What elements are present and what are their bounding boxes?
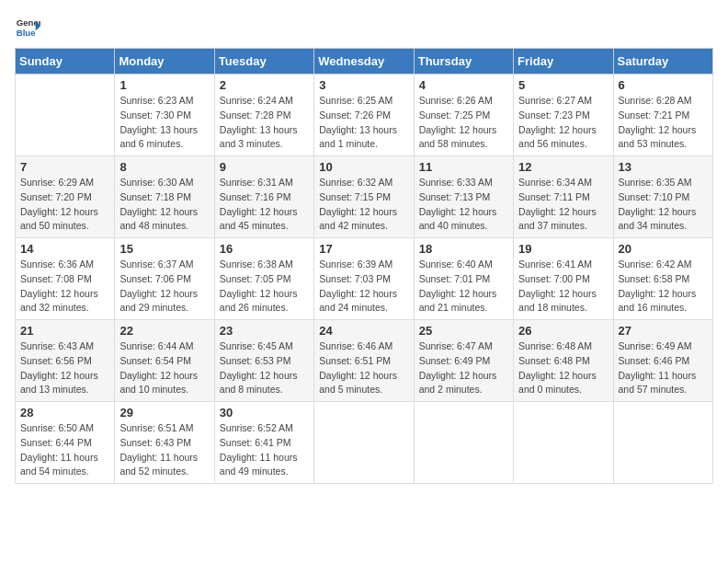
calendar-cell: 24Sunrise: 6:46 AMSunset: 6:51 PMDayligh… xyxy=(314,320,414,402)
day-info: Sunrise: 6:28 AMSunset: 7:21 PMDaylight:… xyxy=(619,94,708,152)
calendar-cell: 22Sunrise: 6:44 AMSunset: 6:54 PMDayligh… xyxy=(115,320,214,402)
day-number: 15 xyxy=(119,242,209,256)
calendar-cell: 26Sunrise: 6:48 AMSunset: 6:48 PMDayligh… xyxy=(514,320,613,402)
calendar-cell: 6Sunrise: 6:28 AMSunset: 7:21 PMDaylight… xyxy=(613,75,712,156)
weekday-header: Sunday xyxy=(16,49,115,75)
calendar-cell: 27Sunrise: 6:49 AMSunset: 6:46 PMDayligh… xyxy=(613,320,712,402)
day-number: 10 xyxy=(319,160,408,174)
calendar-cell: 2Sunrise: 6:24 AMSunset: 7:28 PMDaylight… xyxy=(214,75,313,156)
day-info: Sunrise: 6:34 AMSunset: 7:11 PMDaylight:… xyxy=(518,176,608,234)
calendar-cell: 7Sunrise: 6:29 AMSunset: 7:20 PMDaylight… xyxy=(16,156,115,238)
day-info: Sunrise: 6:48 AMSunset: 6:48 PMDaylight:… xyxy=(518,339,608,397)
day-number: 26 xyxy=(518,324,608,338)
weekday-header: Friday xyxy=(514,49,613,75)
day-number: 18 xyxy=(419,242,508,256)
day-info: Sunrise: 6:47 AMSunset: 6:49 PMDaylight:… xyxy=(419,339,508,397)
calendar-cell: 21Sunrise: 6:43 AMSunset: 6:56 PMDayligh… xyxy=(16,320,115,402)
calendar-cell: 19Sunrise: 6:41 AMSunset: 7:00 PMDayligh… xyxy=(514,238,613,320)
day-number: 6 xyxy=(619,78,708,92)
svg-text:Blue: Blue xyxy=(17,28,36,38)
day-info: Sunrise: 6:46 AMSunset: 6:51 PMDaylight:… xyxy=(319,339,408,397)
day-number: 17 xyxy=(319,242,408,256)
day-info: Sunrise: 6:41 AMSunset: 7:00 PMDaylight:… xyxy=(518,258,608,316)
day-info: Sunrise: 6:39 AMSunset: 7:03 PMDaylight:… xyxy=(319,258,408,316)
logo: General Blue xyxy=(15,15,40,40)
day-number: 19 xyxy=(518,242,608,256)
day-number: 16 xyxy=(220,242,309,256)
day-number: 5 xyxy=(518,78,608,92)
calendar-cell: 8Sunrise: 6:30 AMSunset: 7:18 PMDaylight… xyxy=(115,156,214,238)
calendar-week-row: 7Sunrise: 6:29 AMSunset: 7:20 PMDaylight… xyxy=(16,156,713,238)
calendar-cell: 30Sunrise: 6:52 AMSunset: 6:41 PMDayligh… xyxy=(214,402,313,484)
day-info: Sunrise: 6:26 AMSunset: 7:25 PMDaylight:… xyxy=(419,94,508,152)
calendar-cell xyxy=(613,402,712,484)
day-number: 2 xyxy=(220,78,309,92)
calendar-cell: 3Sunrise: 6:25 AMSunset: 7:26 PMDaylight… xyxy=(314,75,414,156)
calendar-cell xyxy=(414,402,513,484)
day-number: 3 xyxy=(319,78,408,92)
calendar-week-row: 28Sunrise: 6:50 AMSunset: 6:44 PMDayligh… xyxy=(16,402,713,484)
day-number: 4 xyxy=(419,78,508,92)
day-info: Sunrise: 6:25 AMSunset: 7:26 PMDaylight:… xyxy=(319,94,408,152)
day-info: Sunrise: 6:50 AMSunset: 6:44 PMDaylight:… xyxy=(20,421,109,479)
calendar-cell: 16Sunrise: 6:38 AMSunset: 7:05 PMDayligh… xyxy=(214,238,313,320)
day-info: Sunrise: 6:32 AMSunset: 7:15 PMDaylight:… xyxy=(319,176,408,234)
calendar-table: SundayMondayTuesdayWednesdayThursdayFrid… xyxy=(15,48,713,484)
calendar-cell xyxy=(314,402,414,484)
day-number: 8 xyxy=(119,160,209,174)
day-number: 23 xyxy=(220,324,309,338)
weekday-header: Thursday xyxy=(414,49,513,75)
weekday-header: Tuesday xyxy=(214,49,313,75)
page-header: General Blue xyxy=(15,15,713,40)
day-info: Sunrise: 6:49 AMSunset: 6:46 PMDaylight:… xyxy=(619,339,708,397)
day-info: Sunrise: 6:31 AMSunset: 7:16 PMDaylight:… xyxy=(220,176,309,234)
calendar-cell: 28Sunrise: 6:50 AMSunset: 6:44 PMDayligh… xyxy=(16,402,115,484)
day-info: Sunrise: 6:23 AMSunset: 7:30 PMDaylight:… xyxy=(119,94,209,152)
calendar-cell: 4Sunrise: 6:26 AMSunset: 7:25 PMDaylight… xyxy=(414,75,513,156)
calendar-cell: 12Sunrise: 6:34 AMSunset: 7:11 PMDayligh… xyxy=(514,156,613,238)
calendar-cell: 15Sunrise: 6:37 AMSunset: 7:06 PMDayligh… xyxy=(115,238,214,320)
day-number: 30 xyxy=(220,406,309,419)
calendar-cell: 14Sunrise: 6:36 AMSunset: 7:08 PMDayligh… xyxy=(16,238,115,320)
day-number: 1 xyxy=(119,78,209,92)
day-number: 20 xyxy=(619,242,708,256)
day-number: 13 xyxy=(619,160,708,174)
calendar-cell: 13Sunrise: 6:35 AMSunset: 7:10 PMDayligh… xyxy=(613,156,712,238)
day-number: 28 xyxy=(20,406,109,419)
day-number: 22 xyxy=(119,324,209,338)
day-number: 25 xyxy=(419,324,508,338)
day-number: 7 xyxy=(20,160,109,174)
calendar-cell: 20Sunrise: 6:42 AMSunset: 6:58 PMDayligh… xyxy=(613,238,712,320)
weekday-header: Saturday xyxy=(613,49,712,75)
calendar-body: 1Sunrise: 6:23 AMSunset: 7:30 PMDaylight… xyxy=(16,75,713,484)
day-info: Sunrise: 6:36 AMSunset: 7:08 PMDaylight:… xyxy=(20,258,109,316)
day-number: 9 xyxy=(220,160,309,174)
day-number: 14 xyxy=(20,242,109,256)
day-info: Sunrise: 6:51 AMSunset: 6:43 PMDaylight:… xyxy=(119,421,209,479)
calendar-cell: 23Sunrise: 6:45 AMSunset: 6:53 PMDayligh… xyxy=(214,320,313,402)
day-info: Sunrise: 6:33 AMSunset: 7:13 PMDaylight:… xyxy=(419,176,508,234)
calendar-cell: 9Sunrise: 6:31 AMSunset: 7:16 PMDaylight… xyxy=(214,156,313,238)
calendar-week-row: 14Sunrise: 6:36 AMSunset: 7:08 PMDayligh… xyxy=(16,238,713,320)
day-number: 27 xyxy=(619,324,708,338)
day-info: Sunrise: 6:38 AMSunset: 7:05 PMDaylight:… xyxy=(220,258,309,316)
day-number: 12 xyxy=(518,160,608,174)
day-info: Sunrise: 6:45 AMSunset: 6:53 PMDaylight:… xyxy=(220,339,309,397)
calendar-cell: 29Sunrise: 6:51 AMSunset: 6:43 PMDayligh… xyxy=(115,402,214,484)
calendar-cell xyxy=(514,402,613,484)
calendar-week-row: 1Sunrise: 6:23 AMSunset: 7:30 PMDaylight… xyxy=(16,75,713,156)
weekday-header: Wednesday xyxy=(314,49,414,75)
day-info: Sunrise: 6:44 AMSunset: 6:54 PMDaylight:… xyxy=(119,339,209,397)
day-number: 29 xyxy=(119,406,209,419)
day-info: Sunrise: 6:27 AMSunset: 7:23 PMDaylight:… xyxy=(518,94,608,152)
calendar-week-row: 21Sunrise: 6:43 AMSunset: 6:56 PMDayligh… xyxy=(16,320,713,402)
day-number: 21 xyxy=(20,324,109,338)
day-number: 11 xyxy=(419,160,508,174)
day-info: Sunrise: 6:24 AMSunset: 7:28 PMDaylight:… xyxy=(220,94,309,152)
calendar-cell: 18Sunrise: 6:40 AMSunset: 7:01 PMDayligh… xyxy=(414,238,513,320)
calendar-header: SundayMondayTuesdayWednesdayThursdayFrid… xyxy=(16,49,713,75)
day-info: Sunrise: 6:43 AMSunset: 6:56 PMDaylight:… xyxy=(20,339,109,397)
day-info: Sunrise: 6:35 AMSunset: 7:10 PMDaylight:… xyxy=(619,176,708,234)
calendar-cell: 25Sunrise: 6:47 AMSunset: 6:49 PMDayligh… xyxy=(414,320,513,402)
calendar-cell: 10Sunrise: 6:32 AMSunset: 7:15 PMDayligh… xyxy=(314,156,414,238)
